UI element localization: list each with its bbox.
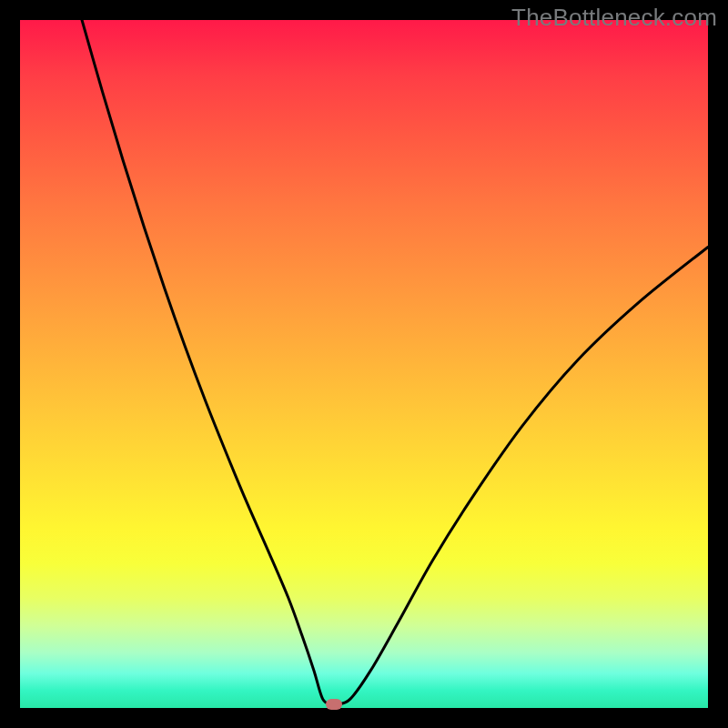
plot-area [20, 20, 708, 708]
minimum-point-marker [326, 699, 342, 710]
watermark-label: TheBottleneck.com [511, 4, 717, 32]
bottleneck-curve [82, 20, 708, 705]
curve-svg [20, 20, 708, 708]
